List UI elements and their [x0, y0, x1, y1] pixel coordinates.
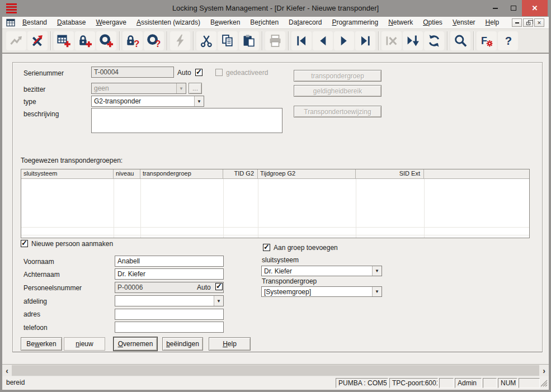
help-button[interactable]: ? [498, 31, 518, 50]
toolbar-separator [119, 31, 120, 50]
column-header-transpondergroep[interactable]: transpondergroep [140, 169, 223, 178]
column-header-empty [424, 169, 529, 178]
assigned-groups-table[interactable]: sluitsysteem niveau transpondergroep TID… [21, 169, 530, 238]
search-button[interactable] [450, 31, 470, 50]
menu-item-programmering[interactable]: Programmering [327, 17, 383, 29]
close-button[interactable]: ✕ [522, 0, 548, 16]
column-header-sluitsysteem[interactable]: sluitsysteem [21, 169, 114, 178]
description-textarea[interactable] [91, 108, 282, 133]
last-record-button[interactable] [355, 31, 375, 50]
paste-button[interactable] [239, 31, 259, 50]
maximize-button[interactable] [505, 0, 522, 16]
maximize-icon [511, 6, 516, 11]
previous-record-button[interactable] [313, 31, 333, 50]
scrollbar-track[interactable] [12, 365, 539, 376]
edit-button[interactable]: Bewerken [21, 337, 62, 351]
filter-settings-button[interactable]: F [477, 31, 497, 50]
chevron-down-icon [194, 96, 204, 106]
svg-text:F: F [481, 35, 487, 46]
connect-icon [9, 34, 23, 48]
chevron-down-icon [176, 83, 186, 93]
type-select[interactable]: G2-transponder [91, 96, 204, 107]
horizontal-scrollbar[interactable]: ‹ › [2, 364, 549, 376]
menu-item-assistenten[interactable]: Assistenten (wizards) [131, 17, 205, 29]
phone-input[interactable] [115, 322, 224, 333]
apply-button[interactable]: Overnemen [114, 337, 157, 351]
new-transponder-icon [99, 34, 114, 48]
scroll-right-button[interactable]: › [539, 365, 549, 376]
menu-item-bestand[interactable]: Bestand [17, 17, 52, 29]
previous-record-icon [315, 34, 330, 48]
owner-label: bezitter [23, 86, 45, 93]
auto-checkbox[interactable] [195, 69, 202, 76]
new-transponder-button[interactable] [96, 31, 116, 50]
disconnect-button[interactable] [27, 31, 48, 50]
status-panel-empty [439, 378, 454, 388]
mdi-restore-button[interactable] [523, 18, 533, 27]
statusbar: bereid PUMBA : COM5 TPC-poort:6001 Admin… [2, 376, 549, 390]
menu-item-help[interactable]: Help [481, 17, 505, 29]
address-label: adres [23, 310, 40, 318]
department-select[interactable] [115, 295, 224, 306]
serial-number-label: Serienummer [23, 69, 64, 77]
menu-item-bewerken[interactable]: Bewerken [205, 17, 245, 29]
status-panel-user: Admin [455, 378, 482, 388]
menu-item-opties[interactable]: Opties [418, 17, 448, 29]
cancel-record-button [382, 31, 402, 50]
help-dialog-button[interactable]: Help [209, 337, 251, 351]
status-panel-empty [483, 378, 497, 388]
transponder-form: Serienummer Auto gedeactiveerd bezitter … [2, 53, 549, 364]
menu-item-berichten[interactable]: Berichten [245, 17, 284, 29]
new-locking-plan-button[interactable] [54, 31, 74, 50]
new-button[interactable]: nieuw [64, 337, 105, 351]
read-transponder-icon: ? [147, 34, 161, 48]
locking-system-select[interactable]: Dr. Kiefer [261, 266, 382, 276]
menu-item-venster[interactable]: Venster [448, 17, 481, 29]
refresh-button[interactable] [424, 31, 444, 50]
svg-text:?: ? [505, 35, 512, 47]
transponder-group-select[interactable]: [Systeemgroep] [261, 286, 382, 297]
mdi-close-button[interactable]: ✕ [534, 18, 544, 27]
filter-settings-icon: F [479, 34, 494, 48]
minimize-button[interactable] [487, 0, 503, 16]
svg-text:?: ? [134, 39, 139, 48]
status-panel-com-port: PUMBA : COM5 [336, 378, 388, 388]
owner-browse-button: ... [189, 83, 202, 94]
next-record-button[interactable] [334, 31, 354, 50]
goto-record-button[interactable] [403, 31, 423, 50]
menu-item-netwerk[interactable]: Netwerk [383, 17, 418, 29]
menu-item-datarecord[interactable]: Datarecord [284, 17, 327, 29]
new-lock-icon [78, 34, 92, 48]
first-name-input[interactable] [115, 256, 224, 267]
first-record-button[interactable] [291, 31, 312, 50]
resize-grip[interactable] [540, 380, 548, 389]
last-name-input[interactable] [115, 268, 224, 280]
read-lock-button[interactable]: ? [123, 31, 143, 50]
chevron-down-icon [372, 287, 382, 296]
new-lock-button[interactable] [75, 31, 95, 50]
svg-text:?: ? [155, 39, 161, 48]
add-to-group-checkbox[interactable] [263, 244, 270, 251]
column-header-tijdgroep-g2[interactable]: Tijdgroep G2 [258, 169, 356, 178]
locking-system-label: sluitsysteem [262, 256, 299, 264]
new-person-checkbox[interactable] [21, 240, 28, 247]
copy-button[interactable] [218, 31, 238, 50]
toolbar-separator [262, 31, 262, 50]
column-header-niveau[interactable]: niveau [114, 169, 140, 178]
menu-item-database[interactable]: Database [52, 17, 91, 29]
scroll-left-button[interactable]: ‹ [2, 365, 12, 376]
column-header-sid-ext[interactable]: SID Ext [356, 169, 424, 178]
finish-button[interactable]: beëindigen [162, 337, 203, 351]
table-header-row: sluitsysteem niveau transpondergroep TID… [21, 169, 529, 179]
toolbar-separator [447, 31, 448, 50]
address-input[interactable] [115, 309, 224, 320]
column-header-tid-g2[interactable]: TID G2 [223, 169, 258, 178]
read-transponder-button[interactable]: ? [144, 31, 164, 50]
menu-item-weergave[interactable]: Weergave [91, 17, 131, 29]
search-icon [453, 34, 468, 48]
cut-button[interactable] [196, 31, 216, 50]
personnel-auto-checkbox[interactable] [215, 283, 223, 290]
print-icon [268, 34, 282, 48]
mdi-minimize-button[interactable] [512, 18, 522, 27]
toolbar-separator [378, 31, 379, 50]
